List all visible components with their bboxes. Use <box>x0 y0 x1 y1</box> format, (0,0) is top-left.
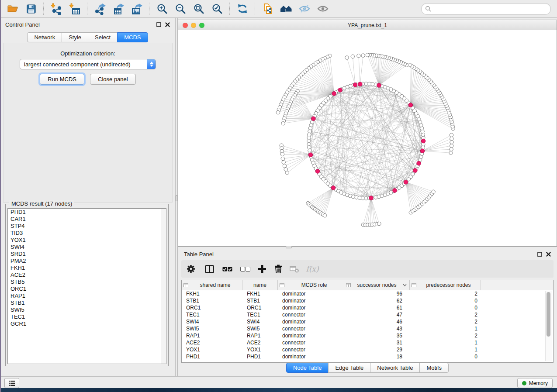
mcds-result-item[interactable]: PHD1 <box>8 209 166 216</box>
search-field[interactable] <box>421 3 551 15</box>
zoom-selected-button[interactable] <box>208 1 226 16</box>
zoom-fit-button[interactable] <box>190 1 208 16</box>
mcds-result-item[interactable]: PMA2 <box>8 258 166 265</box>
mcds-result-item[interactable]: TEC1 <box>8 313 166 320</box>
show-all-button[interactable] <box>314 1 332 16</box>
control-panel-header: Control Panel <box>0 18 175 31</box>
float-panel-icon[interactable] <box>156 22 161 27</box>
mcds-result-item[interactable]: YOX1 <box>8 237 166 244</box>
column-header-mcds-role[interactable]: MCDS role <box>278 280 344 290</box>
network-window: YPA_prune.txt_1 <box>178 20 557 247</box>
chevron-down-icon[interactable] <box>403 284 407 286</box>
table-cell: dominator <box>278 297 344 304</box>
zoom-in-button[interactable] <box>153 1 171 16</box>
table-row[interactable]: TEC1TEC1connector472 <box>182 311 553 318</box>
mcds-result-item[interactable]: TID3 <box>8 230 166 237</box>
create-column-button[interactable] <box>254 262 270 275</box>
network-canvas[interactable] <box>178 30 557 246</box>
mcds-result-item[interactable]: SRD1 <box>8 251 166 258</box>
float-panel-icon[interactable] <box>537 252 542 257</box>
run-mcds-button[interactable]: Run MCDS <box>40 74 84 85</box>
mcds-panel: Optimization criterion: largest connecte… <box>3 43 173 203</box>
hide-selected-button[interactable] <box>295 1 314 16</box>
refresh-button[interactable] <box>233 1 252 16</box>
delete-table-button[interactable] <box>286 262 303 275</box>
mcds-result-item[interactable]: SWI4 <box>8 244 166 251</box>
table-cell: SWI4 <box>242 318 278 325</box>
tab-edge-table[interactable]: Edge Table <box>328 363 370 373</box>
import-table-button[interactable] <box>66 1 84 16</box>
close-panel-icon[interactable] <box>546 252 551 257</box>
function-builder-button[interactable]: f(x) <box>303 262 322 275</box>
show-panel-menu-button[interactable] <box>4 378 19 388</box>
table-row[interactable]: STB1STB1dominator620 <box>182 297 553 304</box>
column-header-name[interactable]: name <box>242 280 278 290</box>
table-row[interactable]: SWI5SWI5connector431 <box>182 325 553 332</box>
mcds-result-item[interactable]: STB1 <box>8 299 166 306</box>
table-row[interactable]: FKH1FKH1dominator962 <box>182 290 553 297</box>
mcds-result-item[interactable]: CAR1 <box>8 216 166 223</box>
export-table-button[interactable] <box>109 1 128 16</box>
open-folder-icon <box>7 3 18 14</box>
table-row[interactable]: ACE2ACE2connector311 <box>182 339 553 346</box>
table-cell: 2 <box>410 318 481 325</box>
mcds-result-item[interactable]: ORC1 <box>8 285 166 292</box>
mcds-result-list[interactable]: PHD1CAR1STP4TID3YOX1SWI4SRD1PMA2FKH1ACE2… <box>7 208 166 364</box>
zoom-out-button[interactable] <box>171 1 190 16</box>
table-row[interactable]: YOX1YOX1connector291 <box>182 346 553 353</box>
network-graph[interactable] <box>178 30 557 246</box>
delete-column-button[interactable] <box>270 262 286 275</box>
table-row[interactable]: RAP1RAP1dominator352 <box>182 332 553 339</box>
table-row[interactable]: ORC1ORC1dominator610 <box>182 304 553 311</box>
checked-boxes-icon <box>222 267 232 272</box>
mcds-result-item[interactable]: FKH1 <box>8 265 166 272</box>
tab-mcds[interactable]: MCDS <box>117 32 148 42</box>
toolbar-separator <box>87 3 88 15</box>
table-cell: connector <box>278 339 344 346</box>
mcds-list-scrollbar[interactable] <box>161 209 166 364</box>
clone-network-button[interactable] <box>259 1 277 16</box>
deselect-all-rows-button[interactable] <box>236 262 254 275</box>
table-cell: connector <box>278 325 344 332</box>
open-session-button[interactable] <box>3 1 22 16</box>
column-header-shared-name[interactable]: shared name <box>182 280 242 290</box>
table-scrollbar[interactable] <box>545 291 552 361</box>
tab-select[interactable]: Select <box>88 32 118 42</box>
mcds-result-title: MCDS result (17 nodes) <box>9 200 74 207</box>
fx-icon: f(x) <box>306 265 318 273</box>
import-network-button[interactable] <box>47 1 66 16</box>
mcds-result-item[interactable]: RAP1 <box>8 292 166 299</box>
mcds-result-item[interactable]: STB5 <box>8 279 166 285</box>
export-image-button[interactable] <box>128 1 146 16</box>
network-window-titlebar[interactable]: YPA_prune.txt_1 <box>178 20 557 31</box>
column-header-successor-nodes[interactable]: successor nodes <box>344 280 410 290</box>
tab-network-table[interactable]: Network Table <box>370 363 420 373</box>
table-row[interactable]: PHD1PHD1dominator180 <box>182 353 553 360</box>
close-panel-button[interactable]: Close panel <box>90 74 136 85</box>
mcds-result-item[interactable]: SWI5 <box>8 306 166 313</box>
table-row[interactable]: SWI4SWI4dominator462 <box>182 318 553 325</box>
mcds-result-item[interactable]: ACE2 <box>8 272 166 279</box>
table-cell: YOX1 <box>182 346 242 353</box>
search-input[interactable] <box>432 4 550 14</box>
criterion-dropdown[interactable]: largest connected component (undirected) <box>20 59 156 69</box>
table-settings-button[interactable] <box>181 262 201 275</box>
memory-button[interactable]: Memory <box>517 378 553 388</box>
column-header-predecessor-nodes[interactable]: predecessor nodes <box>410 280 481 290</box>
save-session-button[interactable] <box>22 1 40 16</box>
tab-style[interactable]: Style <box>62 32 88 42</box>
table-scrollbar-thumb[interactable] <box>547 292 550 337</box>
first-neighbors-button[interactable] <box>277 1 295 16</box>
table-cell: 61 <box>344 304 410 311</box>
export-network-button[interactable] <box>91 1 109 16</box>
mcds-result-item[interactable]: STP4 <box>8 223 166 230</box>
tab-motifs[interactable]: Motifs <box>419 363 449 373</box>
select-all-rows-button[interactable] <box>218 262 236 275</box>
show-column-button[interactable] <box>201 262 218 275</box>
tab-network[interactable]: Network <box>27 32 62 42</box>
mcds-result-item[interactable]: GCR1 <box>8 320 166 327</box>
table-panel-title: Table Panel <box>184 251 214 258</box>
table-cell: PHD1 <box>242 353 278 360</box>
tab-node-table[interactable]: Node Table <box>286 363 329 373</box>
close-panel-icon[interactable] <box>165 22 170 27</box>
